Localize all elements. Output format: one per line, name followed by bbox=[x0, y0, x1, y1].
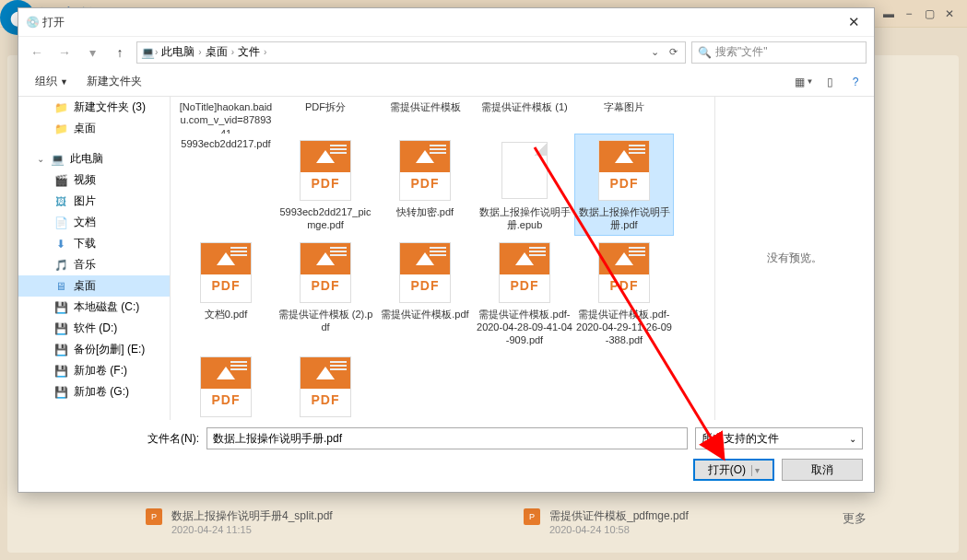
file-item[interactable]: PDF文档0.pdf bbox=[176, 236, 276, 351]
bg-close-icon[interactable]: ✕ bbox=[941, 6, 958, 22]
sidebar-label: 音乐 bbox=[74, 257, 96, 273]
filename-input[interactable] bbox=[206, 427, 688, 449]
preview-text: 没有预览。 bbox=[767, 251, 822, 266]
sidebar-item-pic[interactable]: 🖼图片 bbox=[18, 191, 170, 212]
file-item[interactable]: 字幕图片 bbox=[574, 97, 674, 134]
sidebar-item[interactable]: 📁桌面 bbox=[18, 118, 170, 139]
crumb-pc[interactable]: 此电脑 bbox=[158, 44, 198, 60]
sidebar-item-disk[interactable]: 💾新加卷 (F:) bbox=[18, 360, 170, 381]
dialog-footer: 文件名(N): 所有支持的文件 ⌄ 打开(O)│▾ 取消 bbox=[18, 420, 874, 492]
file-item[interactable]: 需提供证件模板 (1) bbox=[475, 97, 574, 134]
file-item[interactable]: PDF拆分 bbox=[276, 97, 375, 134]
preview-pane: 没有预览。 bbox=[715, 97, 874, 420]
file-item[interactable]: PDF需提供证件模板 (2).pdf bbox=[276, 236, 375, 351]
sidebar-label: 本地磁盘 (C:) bbox=[74, 299, 139, 315]
filetype-value: 所有支持的文件 bbox=[702, 431, 779, 447]
cancel-button[interactable]: 取消 bbox=[782, 459, 863, 481]
pc-icon: 💻 bbox=[50, 152, 65, 167]
file-item[interactable]: PDF需提供证件模板_new.pdf bbox=[176, 350, 276, 420]
search-icon: 🔍 bbox=[698, 46, 712, 59]
file-item[interactable]: PDF5993ecb2dd217_picmge.pdf bbox=[276, 134, 375, 236]
dialog-titlebar: 💿 打开 ✕ bbox=[18, 8, 874, 36]
organize-button[interactable]: 组织▼ bbox=[28, 70, 76, 93]
vid-icon: 🎬 bbox=[53, 173, 68, 188]
sidebar-this-pc[interactable]: ⌄💻此电脑 bbox=[18, 148, 170, 169]
sidebar-item-doc[interactable]: 📄文档 bbox=[18, 212, 170, 233]
file-name: 需提供证件模板.pdf bbox=[381, 308, 468, 321]
file-name: 需提供证件模板 bbox=[390, 100, 461, 113]
sidebar-item-vid[interactable]: 🎬视频 bbox=[18, 169, 170, 191]
bg-min-icon[interactable]: ▬ bbox=[880, 6, 897, 22]
filetype-select[interactable]: 所有支持的文件 ⌄ bbox=[695, 427, 863, 449]
sidebar-item-desk[interactable]: 🖥桌面 bbox=[18, 275, 170, 297]
chevron-right-icon: › bbox=[264, 47, 266, 57]
arrow-up-icon: ↑ bbox=[117, 45, 124, 60]
recent-list-2: P 需提供证件模板_pdfmge.pdf 2020-04-24 10:58 bbox=[524, 505, 867, 539]
crumb-desktop[interactable]: 桌面 bbox=[202, 44, 231, 60]
file-name: 5993ecb2dd217.pdf bbox=[181, 137, 270, 150]
file-item[interactable]: PDF需提供证件模板_pdfmge.pdf bbox=[276, 350, 375, 420]
recent-name: 需提供证件模板_pdfmge.pdf bbox=[549, 508, 689, 524]
file-item[interactable]: 5993ecb2dd217.pdf bbox=[176, 134, 276, 170]
pdf-small-icon: P bbox=[524, 508, 540, 525]
sidebar: 📁新建文件夹 (3)📁桌面⌄💻此电脑🎬视频🖼图片📄文档⬇下载🎵音乐🖥桌面💾本地磁… bbox=[18, 97, 171, 420]
new-folder-button[interactable]: 新建文件夹 bbox=[79, 70, 149, 93]
file-item[interactable]: PDF需提供证件模板.pdf-2020-04-29-11-26-09-388.p… bbox=[574, 236, 674, 351]
help-button[interactable]: ? bbox=[846, 73, 865, 91]
addr-dropdown[interactable]: ⌄ bbox=[646, 44, 663, 61]
mus-icon: 🎵 bbox=[53, 258, 68, 273]
bg-minus-icon[interactable]: − bbox=[901, 6, 917, 22]
preview-pane-button[interactable]: ▯ bbox=[820, 73, 839, 91]
file-item[interactable]: PDF需提供证件模板.pdf bbox=[375, 236, 475, 351]
view-icon: ▦ bbox=[795, 76, 805, 88]
breadcrumb-bar[interactable]: 💻 › 此电脑 › 桌面 › 文件 › ⌄ ⟳ bbox=[136, 41, 686, 64]
file-name: 快转加密.pdf bbox=[396, 205, 454, 218]
dialog-body: 📁新建文件夹 (3)📁桌面⌄💻此电脑🎬视频🖼图片📄文档⬇下载🎵音乐🖥桌面💾本地磁… bbox=[18, 97, 874, 420]
preview-icon: ▯ bbox=[827, 76, 833, 88]
open-file-dialog: 💿 打开 ✕ ← → ▾ ↑ 💻 › 此电脑 › 桌面 › 文件 › ⌄ ⟳ 🔍… bbox=[18, 7, 875, 493]
recent-item[interactable]: P 需提供证件模板_pdfmge.pdf 2020-04-24 10:58 bbox=[524, 505, 867, 539]
file-item[interactable]: 数据上报操作说明手册.epub bbox=[475, 134, 574, 236]
bg-max-icon[interactable]: ▢ bbox=[921, 6, 938, 22]
more-link[interactable]: 更多 bbox=[843, 510, 867, 527]
sidebar-item-disk[interactable]: 💾本地磁盘 (C:) bbox=[18, 297, 170, 318]
file-item[interactable]: 需提供证件模板 bbox=[375, 97, 475, 134]
file-item[interactable]: [NoTitle]haokan.baidu.com_v_vid=8789341 bbox=[176, 97, 276, 134]
recent-name: 数据上报操作说明手册4_split.pdf bbox=[171, 508, 333, 524]
dialog-close-button[interactable]: ✕ bbox=[841, 12, 867, 32]
sidebar-item-disk[interactable]: 💾软件 (D:) bbox=[18, 318, 170, 339]
chevron-down-icon: ▼ bbox=[60, 77, 68, 87]
file-name: 数据上报操作说明手册.pdf bbox=[576, 205, 672, 232]
file-item[interactable]: PDF需提供证件模板.pdf-2020-04-28-09-41-04-909.p… bbox=[475, 236, 574, 351]
pc-icon: 💻 bbox=[141, 46, 155, 59]
crumb-folder[interactable]: 文件 bbox=[234, 44, 264, 60]
file-grid[interactable]: [NoTitle]haokan.baidu.com_v_vid=8789341P… bbox=[171, 97, 715, 420]
back-button[interactable]: ← bbox=[26, 41, 48, 64]
file-name: 数据上报操作说明手册.epub bbox=[477, 205, 572, 232]
help-icon: ? bbox=[853, 76, 859, 88]
sidebar-item[interactable]: 📁新建文件夹 (3) bbox=[18, 97, 170, 118]
sidebar-item-dl[interactable]: ⬇下载 bbox=[18, 233, 170, 254]
refresh-button[interactable]: ⟳ bbox=[665, 44, 681, 61]
sidebar-label: 视频 bbox=[74, 172, 96, 188]
up-button[interactable]: ↑ bbox=[109, 41, 131, 64]
search-input[interactable]: 🔍 搜索"文件" bbox=[691, 41, 867, 64]
chevron-down-icon: ⌄ bbox=[651, 46, 659, 58]
expand-icon: ⌄ bbox=[37, 154, 44, 164]
dl-icon: ⬇ bbox=[53, 237, 68, 251]
file-item[interactable]: PDF快转加密.pdf bbox=[375, 134, 475, 236]
view-button[interactable]: ▦▼ bbox=[795, 73, 813, 91]
chevron-down-icon: ▾ bbox=[89, 45, 96, 60]
file-name: 字幕图片 bbox=[604, 100, 644, 113]
sidebar-item-mus[interactable]: 🎵音乐 bbox=[18, 254, 170, 275]
sidebar-item-disk[interactable]: 💾备份[勿删] (E:) bbox=[18, 339, 170, 360]
recent-date: 2020-04-24 10:58 bbox=[549, 524, 689, 535]
open-button[interactable]: 打开(O)│▾ bbox=[693, 459, 774, 481]
sidebar-item-disk[interactable]: 💾新加卷 (G:) bbox=[18, 381, 170, 402]
file-name: 文档0.pdf bbox=[205, 308, 247, 321]
file-name: 需提供证件模板 (1) bbox=[481, 100, 568, 113]
file-item[interactable]: PDF数据上报操作说明手册.pdf bbox=[574, 134, 674, 236]
recent-dropdown[interactable]: ▾ bbox=[81, 41, 103, 64]
sidebar-label: 桌面 bbox=[74, 278, 96, 294]
disk-icon: 💾 bbox=[53, 321, 68, 336]
